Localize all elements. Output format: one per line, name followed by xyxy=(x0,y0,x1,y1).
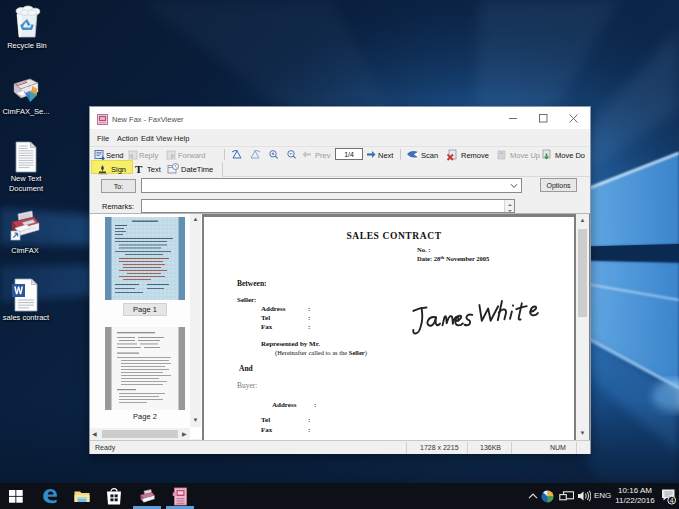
svg-text:4: 4 xyxy=(670,497,674,504)
